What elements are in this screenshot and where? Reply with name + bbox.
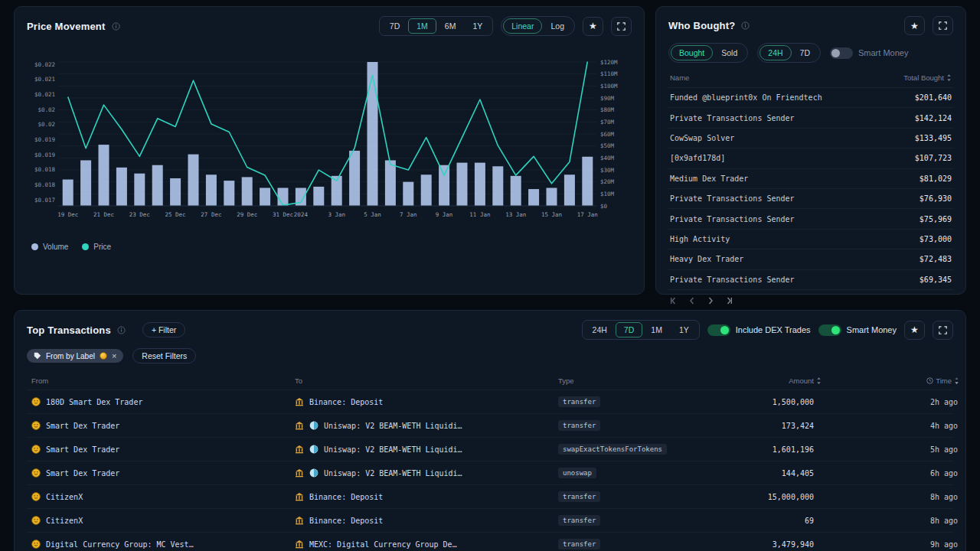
from-entity[interactable]: CitizenX — [31, 492, 295, 501]
from-entity[interactable]: Smart Dex Trader — [31, 421, 295, 430]
prev-page-button[interactable] — [688, 297, 696, 305]
buyer-name[interactable]: Private Transactions Sender — [670, 194, 795, 203]
range-option-7d[interactable]: 7D — [616, 322, 642, 337]
buyer-name[interactable]: High Activity — [670, 235, 730, 243]
last-page-button[interactable] — [725, 297, 733, 305]
buyer-name[interactable]: Medium Dex Trader — [670, 174, 748, 183]
favorite-button[interactable]: ★ — [904, 321, 925, 340]
token-icon — [309, 468, 318, 478]
column-to[interactable]: To — [295, 377, 558, 385]
to-entity[interactable]: MEXC: Digital Currency Group De… — [295, 540, 558, 549]
price-chart-area: $120M$110M$100M$90M$80M$70M$60M$50M$40M$… — [27, 56, 632, 235]
time-ago: 2h ago — [886, 398, 959, 406]
toggle-knob — [831, 326, 840, 334]
info-icon[interactable] — [117, 326, 126, 334]
fullscreen-button[interactable] — [933, 321, 953, 340]
legend-item-volume[interactable]: Volume — [31, 243, 68, 251]
info-icon[interactable] — [741, 21, 750, 30]
add-filter-button[interactable]: + Filter — [142, 322, 185, 337]
buyer-name[interactable]: CowSwap Solver — [670, 134, 734, 142]
coin-icon — [31, 445, 41, 454]
who-bought-row[interactable]: Funded @blueprint0x On Friendtech$201,64… — [668, 87, 953, 107]
transaction-row[interactable]: Smart Dex TraderUniswap: V2 BEAM-WETH Li… — [27, 437, 953, 461]
legend-price-label: Price — [93, 243, 111, 251]
range-option-6m[interactable]: 6M — [436, 18, 465, 34]
range-option-1y[interactable]: 1Y — [464, 18, 491, 34]
coin-icon — [31, 468, 41, 478]
price-volume-chart[interactable]: $120M$110M$100M$90M$80M$70M$60M$50M$40M$… — [27, 56, 633, 235]
range-option-24h[interactable]: 24H — [584, 322, 616, 337]
from-entity[interactable]: Smart Dex Trader — [31, 468, 295, 478]
transaction-row[interactable]: CitizenXBinance: Deposittransfer15,000,0… — [27, 484, 953, 508]
remove-filter-icon[interactable]: × — [112, 351, 116, 360]
buyer-name[interactable]: Heavy Dex Trader — [670, 255, 743, 263]
transaction-row[interactable]: Smart Dex TraderUniswap: V2 BEAM-WETH Li… — [27, 461, 953, 484]
range-option-1y[interactable]: 1Y — [671, 322, 697, 337]
who-bought-row[interactable]: Private Transactions Sender$142,124 — [668, 107, 953, 127]
fullscreen-button[interactable] — [933, 16, 953, 35]
include-dex-trades-toggle[interactable] — [707, 324, 730, 336]
buyer-name[interactable]: Private Transactions Sender — [670, 215, 795, 223]
who-bought-row[interactable]: Medium Dex Trader$81,029 — [668, 168, 953, 188]
transaction-row[interactable]: CitizenXBinance: Deposittransfer698h ago — [27, 508, 953, 532]
from-entity[interactable]: 180D Smart Dex Trader — [31, 397, 295, 406]
who-bought-row[interactable]: Heavy Dex Trader$72,483 — [668, 249, 953, 269]
reset-filters-button[interactable]: Reset Filters — [132, 348, 196, 364]
smart-money-toggle[interactable] — [830, 47, 853, 59]
favorite-button[interactable]: ★ — [583, 17, 603, 36]
to-entity[interactable]: Uniswap: V2 BEAM-WETH Liquidi… — [295, 421, 558, 430]
first-page-button[interactable] — [670, 297, 678, 305]
buyer-name[interactable]: [0x9afd178d] — [670, 154, 725, 162]
from-entity[interactable]: Smart Dex Trader — [31, 445, 295, 454]
who-bought-row[interactable]: [0x9afd178d]$107,723 — [668, 148, 953, 168]
buyer-name[interactable]: Funded @blueprint0x On Friendtech — [670, 93, 822, 102]
sort-icon — [816, 377, 822, 384]
legend-item-price[interactable]: Price — [82, 243, 111, 251]
range-option-7d[interactable]: 7D — [792, 45, 818, 60]
favorite-button[interactable]: ★ — [904, 16, 925, 35]
side-option-bought[interactable]: Bought — [671, 45, 713, 60]
svg-text:$100M: $100M — [600, 83, 618, 90]
svg-text:$80M: $80M — [600, 106, 615, 113]
to-entity[interactable]: Binance: Deposit — [295, 397, 558, 406]
transactions-rows: 180D Smart Dex TraderBinance: Deposittra… — [27, 390, 953, 551]
range-option-7d[interactable]: 7D — [381, 18, 408, 34]
side-option-sold[interactable]: Sold — [713, 45, 746, 60]
who-bought-row[interactable]: Private Transactions Sender$76,930 — [668, 188, 953, 208]
info-icon[interactable] — [112, 22, 120, 31]
range-option-1m[interactable]: 1M — [408, 18, 436, 34]
from-entity[interactable]: Digital Currency Group: MC Vest… — [31, 540, 295, 549]
to-entity[interactable]: Binance: Deposit — [295, 492, 558, 501]
total-bought-value: $75,969 — [920, 215, 952, 223]
fullscreen-button[interactable] — [611, 17, 632, 36]
coin-icon — [31, 516, 41, 525]
column-total-bought[interactable]: Total Bought — [903, 73, 952, 82]
to-entity[interactable]: Uniswap: V2 BEAM-WETH Liquidi… — [295, 445, 558, 454]
scale-option-linear[interactable]: Linear — [503, 18, 542, 34]
to-entity[interactable]: Binance: Deposit — [295, 516, 558, 525]
range-option-24h[interactable]: 24H — [760, 45, 791, 60]
buyer-name[interactable]: Private Transactions Sender — [670, 276, 795, 284]
who-bought-row[interactable]: CowSwap Solver$133,495 — [668, 128, 953, 148]
smart-money-toggle[interactable] — [818, 324, 841, 336]
next-page-button[interactable] — [707, 297, 714, 305]
who-bought-row[interactable]: Private Transactions Sender$75,969 — [668, 208, 953, 228]
buyer-name[interactable]: Private Transactions Sender — [670, 114, 795, 122]
transaction-row[interactable]: Smart Dex TraderUniswap: V2 BEAM-WETH Li… — [27, 413, 953, 437]
transaction-row[interactable]: 180D Smart Dex TraderBinance: Deposittra… — [27, 390, 953, 413]
transaction-row[interactable]: Digital Currency Group: MC Vest…MEXC: Di… — [27, 532, 953, 551]
filter-chip-from-by-label[interactable]: From by Label × — [27, 349, 123, 363]
column-time[interactable]: Time — [886, 377, 959, 385]
to-entity[interactable]: Uniswap: V2 BEAM-WETH Liquidi… — [295, 468, 558, 478]
svg-text:$50M: $50M — [600, 142, 615, 149]
column-type[interactable]: Type — [558, 377, 737, 385]
from-entity[interactable]: CitizenX — [31, 516, 295, 525]
type-badge: transfer — [558, 396, 600, 407]
column-amount[interactable]: Amount — [737, 377, 822, 385]
column-from[interactable]: From — [31, 377, 295, 385]
column-name[interactable]: Name — [670, 73, 689, 82]
scale-option-log[interactable]: Log — [542, 18, 573, 34]
who-bought-row[interactable]: High Activity$73,000 — [668, 229, 953, 249]
who-bought-row[interactable]: Private Transactions Sender$69,345 — [668, 269, 953, 289]
range-option-1m[interactable]: 1M — [642, 322, 671, 337]
